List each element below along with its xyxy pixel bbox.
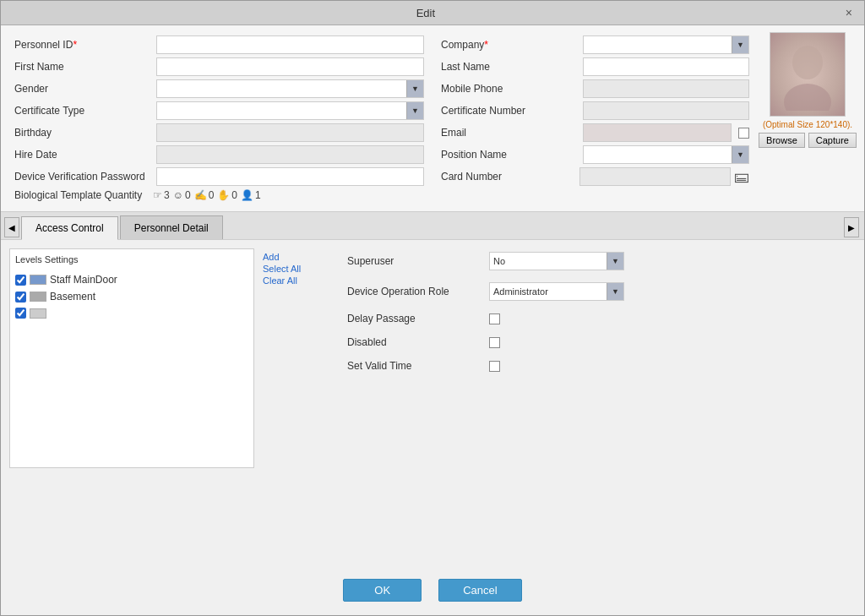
disabled-label: Disabled bbox=[347, 336, 482, 348]
person-count: 👤 1 bbox=[241, 189, 261, 201]
superuser-dropdown[interactable]: No ▼ bbox=[489, 252, 624, 270]
levels-actions: Add Select All Clear All bbox=[263, 248, 322, 468]
access-right-panel: Superuser No ▼ Device Operation Role Adm… bbox=[330, 248, 856, 468]
set-valid-time-row: Set Valid Time bbox=[347, 360, 839, 372]
birthday-row: Birthday bbox=[14, 123, 424, 142]
select-all-link[interactable]: Select All bbox=[263, 264, 322, 274]
first-name-label: First Name bbox=[14, 61, 150, 73]
level-color-bar-1 bbox=[30, 275, 46, 285]
superuser-value: No bbox=[490, 254, 607, 268]
palm-count: ✋ 0 bbox=[217, 189, 237, 201]
hand-value: 0 bbox=[209, 189, 215, 201]
delay-passage-label: Delay Passage bbox=[347, 313, 482, 324]
superuser-arrow-icon[interactable]: ▼ bbox=[607, 253, 623, 270]
face-value: 0 bbox=[185, 189, 191, 201]
title-bar: Edit × bbox=[1, 1, 864, 25]
photo-area: (Optimal Size 120*140). Browse Capture bbox=[761, 32, 854, 148]
level-color-bar-2 bbox=[30, 292, 46, 302]
svg-point-1 bbox=[784, 84, 831, 111]
certificate-type-dropdown[interactable]: ------------ ▼ bbox=[156, 101, 424, 120]
company-arrow-icon[interactable]: ▼ bbox=[732, 36, 748, 53]
gender-arrow-icon[interactable]: ▼ bbox=[406, 80, 423, 97]
card-number-input[interactable] bbox=[579, 167, 731, 186]
position-name-input[interactable] bbox=[584, 148, 732, 161]
gender-row: Gender ------------ ▼ bbox=[14, 79, 424, 98]
level-color-bar-3 bbox=[30, 308, 46, 319]
cancel-button[interactable]: Cancel bbox=[438, 579, 521, 602]
last-name-input[interactable] bbox=[583, 57, 749, 76]
level-checkbox-3[interactable] bbox=[15, 308, 26, 319]
position-name-row: Position Name ▼ bbox=[441, 145, 749, 164]
birthday-input[interactable] bbox=[156, 123, 424, 142]
position-name-dropdown[interactable]: ▼ bbox=[583, 145, 749, 164]
certificate-number-label: Certificate Number bbox=[441, 105, 576, 117]
card-number-label: Card Number bbox=[441, 171, 576, 183]
browse-button[interactable]: Browse bbox=[759, 133, 805, 148]
close-button[interactable]: × bbox=[842, 6, 856, 19]
tab-access-control[interactable]: Access Control bbox=[21, 216, 118, 240]
device-operation-role-arrow-icon[interactable]: ▼ bbox=[607, 283, 623, 300]
photo-size-hint: (Optimal Size 120*140). bbox=[763, 120, 852, 129]
email-checkbox[interactable] bbox=[738, 128, 749, 139]
biological-template-quantity-row: Biological Template Quantity ☞ 3 ☺ 0 ✍ 0… bbox=[14, 189, 424, 201]
first-name-input[interactable] bbox=[156, 57, 424, 76]
form-section: Personnel ID* First Name Gender --------… bbox=[1, 25, 864, 212]
level-name-2: Basement bbox=[50, 291, 95, 303]
device-operation-role-row: Device Operation Role Administrator ▼ bbox=[347, 282, 839, 301]
list-item: Basement bbox=[14, 288, 250, 305]
company-input[interactable] bbox=[584, 38, 732, 52]
personnel-id-input[interactable] bbox=[156, 35, 424, 54]
tab-personnel-detail[interactable]: Personnel Detail bbox=[120, 215, 223, 239]
superuser-row: Superuser No ▼ bbox=[347, 252, 839, 270]
company-label: Company* bbox=[441, 39, 576, 51]
hand-count: ✍ 0 bbox=[194, 189, 215, 201]
level-checkbox-2[interactable] bbox=[15, 292, 26, 303]
person-icon: 👤 bbox=[241, 189, 253, 201]
email-input[interactable] bbox=[583, 123, 732, 142]
tabs-container: ◀ Access Control Personnel Detail ▶ bbox=[1, 212, 864, 240]
device-verification-password-input[interactable] bbox=[156, 167, 424, 186]
level-name-1: Staff MainDoor bbox=[50, 274, 117, 286]
personnel-id-row: Personnel ID* bbox=[14, 35, 424, 54]
hire-date-input[interactable] bbox=[156, 145, 424, 164]
device-operation-role-dropdown[interactable]: Administrator ▼ bbox=[489, 282, 624, 301]
company-row: Company* ▼ bbox=[441, 35, 749, 54]
edit-dialog: Edit × Personnel ID* First Name Gender bbox=[0, 0, 865, 616]
tab-nav-right-button[interactable]: ▶ bbox=[844, 217, 859, 237]
tab-nav-left-button[interactable]: ◀ bbox=[4, 217, 19, 237]
clear-all-link[interactable]: Clear All bbox=[263, 275, 322, 286]
face-count: ☺ 0 bbox=[173, 189, 191, 201]
superuser-label: Superuser bbox=[347, 255, 482, 267]
device-operation-role-value: Administrator bbox=[490, 285, 607, 298]
mobile-phone-label: Mobile Phone bbox=[441, 83, 576, 95]
add-link[interactable]: Add bbox=[263, 252, 322, 262]
set-valid-time-label: Set Valid Time bbox=[347, 360, 482, 372]
mobile-phone-input[interactable] bbox=[583, 79, 749, 98]
dialog-title: Edit bbox=[9, 7, 842, 19]
certificate-type-input[interactable]: ------------ bbox=[157, 104, 406, 117]
delay-passage-checkbox[interactable] bbox=[489, 313, 500, 324]
company-dropdown[interactable]: ▼ bbox=[583, 35, 749, 54]
gender-input[interactable]: ------------ bbox=[157, 82, 406, 95]
fingerprint-value: 3 bbox=[164, 189, 170, 201]
svg-point-0 bbox=[792, 46, 823, 79]
disabled-row: Disabled bbox=[347, 336, 839, 348]
birthday-label: Birthday bbox=[14, 127, 150, 139]
position-name-label: Position Name bbox=[441, 149, 576, 161]
set-valid-time-checkbox[interactable] bbox=[489, 361, 500, 372]
position-name-arrow-icon[interactable]: ▼ bbox=[732, 146, 748, 163]
hire-date-row: Hire Date bbox=[14, 145, 424, 164]
levels-panel: Levels Settings Staff MainDoor Basement bbox=[9, 248, 254, 468]
certificate-number-input[interactable] bbox=[583, 101, 749, 120]
hand-icon: ✍ bbox=[194, 189, 207, 201]
avatar-silhouette bbox=[778, 39, 837, 111]
ok-button[interactable]: OK bbox=[343, 579, 422, 602]
capture-button[interactable]: Capture bbox=[808, 133, 857, 148]
certificate-number-row: Certificate Number bbox=[441, 101, 749, 120]
left-column: Personnel ID* First Name Gender --------… bbox=[14, 35, 424, 204]
certificate-type-arrow-icon[interactable]: ▼ bbox=[406, 102, 423, 119]
level-checkbox-1[interactable] bbox=[15, 275, 26, 286]
gender-dropdown[interactable]: ------------ ▼ bbox=[156, 79, 424, 98]
email-row: Email bbox=[441, 123, 749, 142]
disabled-checkbox[interactable] bbox=[489, 337, 500, 348]
